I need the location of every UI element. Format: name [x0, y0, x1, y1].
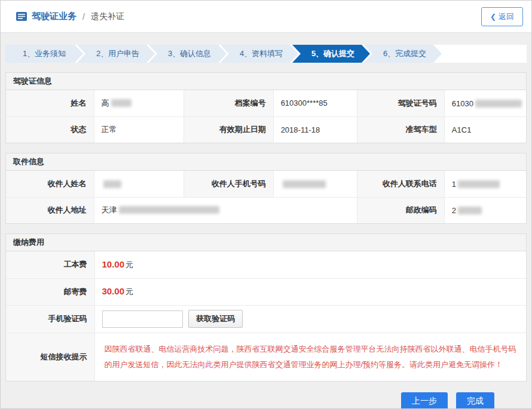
payment-table: 工本费 10.00元 邮寄费 30.00元 手机验证码 获取验证码 短信接收提: [6, 251, 526, 381]
recipient-address-text: 天津: [102, 205, 117, 214]
back-label: 返回: [499, 11, 514, 22]
table-row: 状态 正常 有效期止日期 2018-11-18 准驾车型 A1C1: [6, 116, 526, 143]
finish-button[interactable]: 完成: [456, 392, 494, 409]
label-vehicle-type: 准驾车型: [357, 116, 444, 143]
redacted-value: [119, 206, 219, 214]
label-recipient-mobile: 收件人手机号码: [184, 171, 274, 197]
breadcrumb: 驾驶证业务 / 遗失补证: [16, 11, 124, 22]
label-recipient-name: 收件人姓名: [6, 171, 94, 197]
redacted-value: [458, 180, 500, 188]
table-row: 手机验证码 获取验证码: [6, 305, 526, 333]
previous-step-button[interactable]: 上一步: [401, 392, 448, 409]
label-recipient-address: 收件人地址: [6, 197, 94, 223]
label-file-no: 档案编号: [184, 90, 274, 116]
breadcrumb-separator: /: [82, 12, 85, 21]
page: 驾驶证业务 / 遗失补证 ❮ 返回 1、业务须知 2、用户申告 3、确认信息 4…: [0, 0, 532, 409]
production-fee-unit: 元: [126, 260, 133, 269]
license-services-icon: [16, 12, 27, 21]
value-recipient-mobile: [273, 171, 357, 197]
value-recipient-name: [94, 171, 184, 197]
redacted-value: [103, 180, 121, 188]
value-production-fee: 10.00元: [94, 251, 526, 278]
table-row: 收件人地址 天津 邮政编码 2: [6, 197, 526, 223]
section-pickup-info: 取件信息 收件人姓名 收件人手机号码 收件人联系电话 1 收件人地址: [5, 153, 527, 224]
label-status: 状态: [6, 116, 94, 143]
value-postal-code: 2: [444, 197, 526, 223]
label-postal-code: 邮政编码: [357, 197, 444, 223]
label-license-no: 驾驶证号码: [357, 90, 444, 116]
step-2-user-declaration[interactable]: 2、用户申告: [77, 45, 155, 63]
value-license-no: 61030: [444, 90, 526, 116]
value-file-no: 610300****85: [273, 90, 357, 116]
section-payment-fees: 缴纳费用 工本费 10.00元 邮寄费 30.00元 手机验证码 获取验证码: [5, 233, 527, 382]
value-recipient-address: 天津: [94, 197, 357, 223]
redacted-value: [283, 180, 326, 188]
license-no-text: 61030: [452, 99, 473, 108]
redacted-value: [111, 99, 132, 107]
mailing-fee-amount: 30.00: [102, 286, 125, 296]
header: 驾驶证业务 / 遗失补证 ❮ 返回: [1, 1, 531, 33]
value-status: 正常: [94, 116, 184, 143]
step-6-complete-submit[interactable]: 6、完成提交: [364, 45, 442, 63]
section-license-info: 驾驶证信息 姓名 高 档案编号 610300****85 驾驶证号码 61030…: [5, 72, 527, 143]
step-3-confirm-info[interactable]: 3、确认信息: [149, 45, 227, 63]
get-code-button[interactable]: 获取验证码: [188, 310, 243, 328]
label-sms-notice: 短信接收提示: [6, 333, 94, 381]
value-name: 高: [94, 90, 184, 116]
value-expiry: 2018-11-18: [273, 116, 357, 143]
section-title-license: 驾驶证信息: [6, 73, 526, 90]
section-title-pickup: 取件信息: [6, 153, 526, 171]
table-row: 工本费 10.00元: [6, 251, 526, 278]
license-info-table: 姓名 高 档案编号 610300****85 驾驶证号码 61030 状态 正常…: [6, 90, 526, 143]
table-row: 邮寄费 30.00元: [6, 278, 526, 305]
footer-actions: 上一步 完成: [5, 392, 527, 409]
value-recipient-phone: 1: [444, 171, 526, 197]
table-row: 姓名 高 档案编号 610300****85 驾驶证号码 61030: [6, 90, 526, 116]
production-fee-amount: 10.00: [102, 259, 125, 269]
redacted-value: [475, 100, 522, 107]
recipient-phone-text: 1: [452, 180, 456, 189]
label-recipient-phone: 收件人联系电话: [357, 171, 444, 197]
label-mailing-fee: 邮寄费: [6, 278, 94, 305]
breadcrumb-current: 遗失补证: [91, 11, 124, 22]
value-mailing-fee: 30.00元: [94, 278, 526, 305]
page-title: 驾驶证业务: [32, 11, 77, 22]
back-button[interactable]: ❮ 返回: [481, 7, 523, 26]
step-4-fill-info[interactable]: 4、资料填写: [221, 45, 298, 63]
sms-code-input[interactable]: [102, 310, 183, 328]
step-1-business-notice[interactable]: 1、业务须知: [5, 45, 83, 63]
value-sms-code: 获取验证码: [94, 305, 526, 333]
postal-code-text: 2: [452, 206, 456, 215]
name-text: 高: [102, 99, 109, 107]
pickup-info-table: 收件人姓名 收件人手机号码 收件人联系电话 1 收件人地址 天津 邮政编码: [6, 171, 526, 223]
redacted-value: [458, 207, 482, 214]
step-nav: 1、业务须知 2、用户申告 3、确认信息 4、资料填写 5、确认提交 6、完成提…: [5, 45, 527, 63]
step-5-confirm-submit[interactable]: 5、确认提交: [292, 45, 370, 63]
section-title-payment: 缴纳费用: [6, 234, 526, 251]
table-row: 短信接收提示 因陕西省联通、电信运营商技术问题，陕西省互联网交通安全综合服务管理…: [6, 333, 526, 381]
back-chevron-icon: ❮: [490, 13, 496, 21]
label-expiry: 有效期止日期: [184, 116, 274, 143]
mailing-fee-unit: 元: [126, 287, 133, 296]
table-row: 收件人姓名 收件人手机号码 收件人联系电话 1: [6, 171, 526, 197]
value-sms-notice: 因陕西省联通、电信运营商技术问题，陕西省互联网交通安全综合服务管理平台无法向持陕…: [94, 333, 526, 381]
sms-notice-text: 因陕西省联通、电信运营商技术问题，陕西省互联网交通安全综合服务管理平台无法向持陕…: [105, 342, 517, 373]
label-sms-code: 手机验证码: [6, 305, 94, 333]
value-vehicle-type: A1C1: [444, 116, 526, 143]
label-production-fee: 工本费: [6, 251, 94, 278]
label-name: 姓名: [6, 90, 94, 116]
